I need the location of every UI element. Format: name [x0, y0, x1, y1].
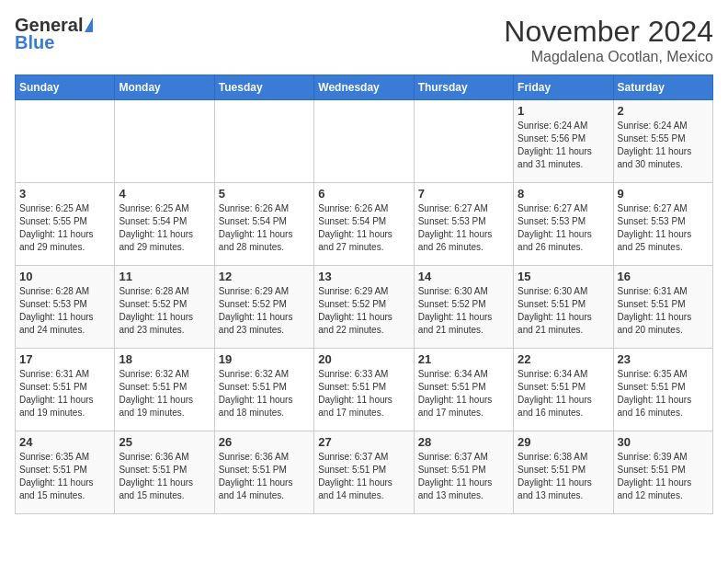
day-number: 10: [19, 270, 110, 283]
day-number: 8: [518, 187, 609, 201]
cell-content: Sunrise: 6:28 AMSunset: 5:53 PMDaylight:…: [19, 285, 110, 337]
cell-content: Sunrise: 6:24 AMSunset: 5:56 PMDaylight:…: [518, 120, 609, 171]
day-number: 28: [418, 435, 509, 449]
day-number: 11: [119, 270, 210, 283]
calendar-cell: 28Sunrise: 6:37 AMSunset: 5:51 PMDayligh…: [414, 431, 513, 514]
calendar-cell: 7Sunrise: 6:27 AMSunset: 5:53 PMDaylight…: [414, 183, 513, 266]
day-number: 1: [518, 104, 609, 118]
cell-content: Sunrise: 6:26 AMSunset: 5:54 PMDaylight:…: [219, 202, 310, 254]
day-number: 2: [618, 104, 709, 118]
header-cell-saturday: Saturday: [613, 75, 712, 100]
day-number: 17: [19, 352, 110, 366]
cell-content: Sunrise: 6:33 AMSunset: 5:51 PMDaylight:…: [318, 368, 409, 419]
day-number: 24: [19, 435, 110, 449]
calendar-cell: 5Sunrise: 6:26 AMSunset: 5:54 PMDaylight…: [214, 183, 313, 266]
calendar-table: SundayMondayTuesdayWednesdayThursdayFrid…: [15, 75, 713, 514]
calendar-cell: 18Sunrise: 6:32 AMSunset: 5:51 PMDayligh…: [115, 349, 214, 431]
cell-content: Sunrise: 6:34 AMSunset: 5:51 PMDaylight:…: [518, 368, 609, 419]
calendar-cell: 21Sunrise: 6:34 AMSunset: 5:51 PMDayligh…: [414, 349, 513, 431]
cell-content: Sunrise: 6:37 AMSunset: 5:51 PMDaylight:…: [418, 451, 509, 502]
calendar-cell: 30Sunrise: 6:39 AMSunset: 5:51 PMDayligh…: [613, 431, 712, 514]
cell-content: Sunrise: 6:25 AMSunset: 5:55 PMDaylight:…: [19, 202, 110, 254]
calendar-cell: 14Sunrise: 6:30 AMSunset: 5:52 PMDayligh…: [414, 266, 513, 349]
day-number: 7: [418, 187, 509, 201]
calendar-cell: 22Sunrise: 6:34 AMSunset: 5:51 PMDayligh…: [514, 349, 613, 431]
header: General Blue November 2024 Magdalena Oco…: [15, 15, 713, 65]
header-cell-wednesday: Wednesday: [314, 75, 414, 100]
calendar-cell: 17Sunrise: 6:31 AMSunset: 5:51 PMDayligh…: [16, 349, 115, 431]
calendar-cell: 19Sunrise: 6:32 AMSunset: 5:51 PMDayligh…: [214, 349, 313, 431]
calendar-week-3: 10Sunrise: 6:28 AMSunset: 5:53 PMDayligh…: [16, 266, 713, 349]
cell-content: Sunrise: 6:35 AMSunset: 5:51 PMDaylight:…: [618, 368, 709, 419]
cell-content: Sunrise: 6:29 AMSunset: 5:52 PMDaylight:…: [219, 285, 310, 337]
calendar-cell: 10Sunrise: 6:28 AMSunset: 5:53 PMDayligh…: [16, 266, 115, 349]
title-area: November 2024 Magdalena Ocotlan, Mexico: [504, 15, 713, 65]
day-number: 4: [119, 187, 210, 201]
calendar-cell: 3Sunrise: 6:25 AMSunset: 5:55 PMDaylight…: [16, 183, 115, 266]
calendar-week-1: 1Sunrise: 6:24 AMSunset: 5:56 PMDaylight…: [16, 100, 713, 183]
calendar-cell: 8Sunrise: 6:27 AMSunset: 5:53 PMDaylight…: [514, 183, 613, 266]
calendar-cell: 24Sunrise: 6:35 AMSunset: 5:51 PMDayligh…: [16, 431, 115, 514]
logo-blue-text: Blue: [15, 32, 54, 53]
cell-content: Sunrise: 6:30 AMSunset: 5:51 PMDaylight:…: [518, 285, 609, 337]
cell-content: Sunrise: 6:36 AMSunset: 5:51 PMDaylight:…: [219, 451, 310, 502]
month-title: November 2024: [504, 15, 713, 49]
calendar-cell: [16, 100, 115, 183]
calendar-header: SundayMondayTuesdayWednesdayThursdayFrid…: [16, 75, 713, 100]
header-cell-tuesday: Tuesday: [214, 75, 313, 100]
day-number: 16: [618, 270, 709, 283]
cell-content: Sunrise: 6:29 AMSunset: 5:52 PMDaylight:…: [318, 285, 409, 337]
cell-content: Sunrise: 6:30 AMSunset: 5:52 PMDaylight:…: [418, 285, 509, 337]
calendar-cell: 23Sunrise: 6:35 AMSunset: 5:51 PMDayligh…: [613, 349, 712, 431]
calendar-cell: 11Sunrise: 6:28 AMSunset: 5:52 PMDayligh…: [115, 266, 214, 349]
header-cell-thursday: Thursday: [414, 75, 513, 100]
day-number: 12: [219, 270, 310, 283]
day-number: 25: [119, 435, 210, 449]
cell-content: Sunrise: 6:38 AMSunset: 5:51 PMDaylight:…: [518, 451, 609, 502]
day-number: 19: [219, 352, 310, 366]
cell-content: Sunrise: 6:35 AMSunset: 5:51 PMDaylight:…: [19, 451, 110, 502]
day-number: 9: [618, 187, 709, 201]
logo-triangle-icon: [85, 17, 93, 32]
location-subtitle: Magdalena Ocotlan, Mexico: [504, 49, 713, 65]
header-cell-sunday: Sunday: [16, 75, 115, 100]
day-number: 13: [318, 270, 409, 283]
calendar-cell: [414, 100, 513, 183]
cell-content: Sunrise: 6:27 AMSunset: 5:53 PMDaylight:…: [418, 202, 509, 254]
day-number: 23: [618, 352, 709, 366]
cell-content: Sunrise: 6:32 AMSunset: 5:51 PMDaylight:…: [119, 368, 210, 419]
calendar-body: 1Sunrise: 6:24 AMSunset: 5:56 PMDaylight…: [16, 100, 713, 514]
day-number: 6: [318, 187, 409, 201]
calendar-cell: 9Sunrise: 6:27 AMSunset: 5:53 PMDaylight…: [613, 183, 712, 266]
header-row: SundayMondayTuesdayWednesdayThursdayFrid…: [16, 75, 713, 100]
calendar-cell: [314, 100, 414, 183]
cell-content: Sunrise: 6:24 AMSunset: 5:55 PMDaylight:…: [618, 120, 709, 171]
calendar-cell: [115, 100, 214, 183]
cell-content: Sunrise: 6:31 AMSunset: 5:51 PMDaylight:…: [19, 368, 110, 419]
cell-content: Sunrise: 6:27 AMSunset: 5:53 PMDaylight:…: [518, 202, 609, 254]
calendar-cell: 1Sunrise: 6:24 AMSunset: 5:56 PMDaylight…: [514, 100, 613, 183]
cell-content: Sunrise: 6:37 AMSunset: 5:51 PMDaylight:…: [318, 451, 409, 502]
calendar-cell: 25Sunrise: 6:36 AMSunset: 5:51 PMDayligh…: [115, 431, 214, 514]
day-number: 3: [19, 187, 110, 201]
day-number: 21: [418, 352, 509, 366]
day-number: 18: [119, 352, 210, 366]
day-number: 30: [618, 435, 709, 449]
calendar-week-5: 24Sunrise: 6:35 AMSunset: 5:51 PMDayligh…: [16, 431, 713, 514]
calendar-cell: 12Sunrise: 6:29 AMSunset: 5:52 PMDayligh…: [214, 266, 313, 349]
cell-content: Sunrise: 6:27 AMSunset: 5:53 PMDaylight:…: [618, 202, 709, 254]
calendar-week-2: 3Sunrise: 6:25 AMSunset: 5:55 PMDaylight…: [16, 183, 713, 266]
logo: General Blue: [15, 15, 93, 53]
calendar-cell: 20Sunrise: 6:33 AMSunset: 5:51 PMDayligh…: [314, 349, 414, 431]
calendar-cell: 26Sunrise: 6:36 AMSunset: 5:51 PMDayligh…: [214, 431, 313, 514]
calendar-cell: [214, 100, 313, 183]
day-number: 26: [219, 435, 310, 449]
cell-content: Sunrise: 6:25 AMSunset: 5:54 PMDaylight:…: [119, 202, 210, 254]
calendar-cell: 27Sunrise: 6:37 AMSunset: 5:51 PMDayligh…: [314, 431, 414, 514]
cell-content: Sunrise: 6:31 AMSunset: 5:51 PMDaylight:…: [618, 285, 709, 337]
cell-content: Sunrise: 6:28 AMSunset: 5:52 PMDaylight:…: [119, 285, 210, 337]
day-number: 5: [219, 187, 310, 201]
calendar-cell: 13Sunrise: 6:29 AMSunset: 5:52 PMDayligh…: [314, 266, 414, 349]
day-number: 20: [318, 352, 409, 366]
day-number: 14: [418, 270, 509, 283]
